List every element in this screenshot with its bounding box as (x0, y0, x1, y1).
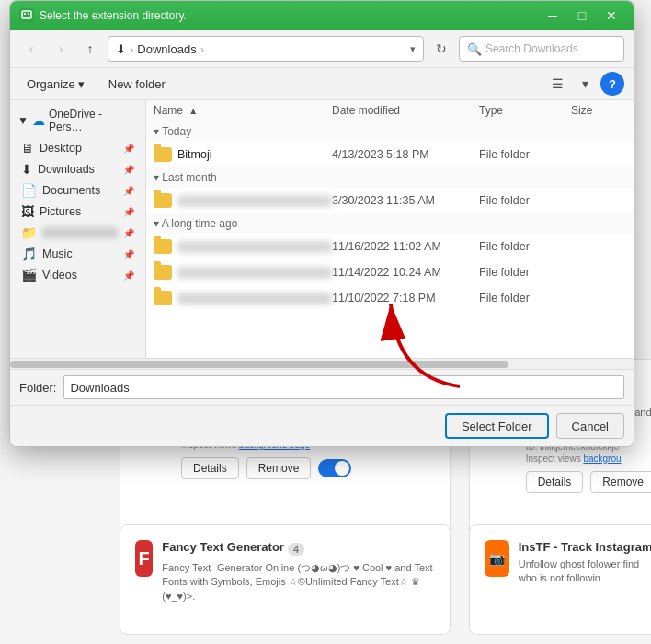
file-list-header: Name ▲ Date modified Type Size (146, 100, 634, 121)
sidebar: ▼ ☁ OneDrive - Pers… 🖥 Desktop 📌 ⬇ Downl… (10, 100, 146, 358)
toolbar-left: Organize ▾ New folder (19, 75, 173, 94)
svg-rect-3 (28, 13, 29, 15)
old-file-type-1: File folder (479, 266, 571, 279)
music-icon: 🎵 (21, 247, 37, 261)
organize-label: Organize (27, 77, 75, 91)
month-file-name-0 (177, 195, 332, 207)
sidebar-item-pictures[interactable]: 🖼 Pictures 📌 (14, 201, 142, 222)
select-folder-btn[interactable]: Select Folder (445, 413, 549, 439)
new-folder-btn[interactable]: New folder (101, 75, 173, 94)
documents-pin: 📌 (123, 186, 134, 196)
back-btn[interactable]: ‹ (19, 37, 43, 61)
bitmoji-date: 4/13/2023 5:18 PM (332, 148, 479, 161)
file-row-old-1[interactable]: 11/14/2022 10:24 AM File folder (146, 259, 634, 285)
pictures-icon: 🖼 (21, 204, 34, 219)
address-bar: ‹ › ↑ ⬇ › Downloads › ▾ ↻ 🔍 Search Downl… (10, 30, 634, 68)
onedrive-header[interactable]: ▼ ☁ OneDrive - Pers… (10, 104, 145, 137)
horizontal-scrollbar[interactable] (10, 358, 634, 369)
old-file-date-1: 11/14/2022 10:24 AM (332, 266, 479, 279)
desktop-pin: 📌 (123, 144, 134, 154)
new-folder-label: New folder (108, 77, 166, 91)
search-bar[interactable]: 🔍 Search Downloads (459, 36, 624, 62)
sidebar-item-documents[interactable]: 📄 Documents 📌 (14, 180, 142, 201)
title-bar-left: Select the extension directory. (19, 8, 187, 23)
sidebar-documents-label: Documents (42, 184, 100, 197)
old-file-date-2: 11/10/2022 7:18 PM (332, 292, 479, 305)
cancel-btn[interactable]: Cancel (556, 413, 624, 439)
sidebar-item-music[interactable]: 🎵 Music 📌 (14, 244, 142, 264)
pictures-pin: 📌 (123, 207, 134, 217)
sidebar-item-yellow-folder[interactable]: 📁 📌 (14, 223, 142, 243)
old-file-name-2 (177, 293, 332, 305)
file-row-old-2[interactable]: 11/10/2022 7:18 PM File folder (146, 285, 634, 311)
dialog-title-bar: Select the extension directory. ─ □ ✕ (10, 1, 634, 30)
dialog-icon (19, 8, 34, 23)
bitmoji-name: Bitmoji (177, 148, 332, 161)
path-icon: ⬇ (116, 42, 126, 56)
sidebar-desktop-label: Desktop (40, 142, 82, 155)
col-header-size[interactable]: Size (571, 104, 626, 117)
forward-btn[interactable]: › (49, 37, 73, 61)
month-file-type-0: File folder (479, 194, 571, 207)
onedrive-expand-icon: ▼ (17, 114, 29, 127)
minimize-btn[interactable]: ─ (540, 6, 565, 25)
sidebar-item-desktop[interactable]: 🖥 Desktop 📌 (14, 138, 142, 158)
dialog-title: Select the extension directory. (40, 9, 187, 22)
onedrive-label: OneDrive - Pers… (49, 108, 138, 133)
svg-rect-1 (22, 11, 31, 18)
view-btn[interactable]: ☰ (545, 72, 569, 96)
sidebar-item-videos[interactable]: 🎬 Videos 📌 (14, 265, 142, 285)
col-header-type[interactable]: Type (479, 104, 571, 117)
folder-row: Folder: (10, 369, 634, 405)
old-file-date-0: 11/16/2022 11:02 AM (332, 240, 479, 253)
refresh-btn[interactable]: ↻ (429, 37, 453, 61)
help-btn[interactable]: ? (600, 72, 624, 96)
path-separator: › (130, 42, 133, 56)
file-row-month-0[interactable]: 3/30/2023 11:35 AM File folder (146, 188, 634, 213)
col-header-date[interactable]: Date modified (332, 104, 479, 117)
search-icon: 🔍 (467, 42, 482, 56)
onedrive-cloud-icon: ☁ (32, 113, 45, 128)
sidebar-videos-label: Videos (42, 269, 77, 282)
group-today-label: ▾ (154, 125, 162, 138)
downloads-pin: 📌 (123, 165, 134, 175)
path-chevron[interactable]: ▾ (410, 43, 416, 55)
file-row-bitmoji[interactable]: Bitmoji 4/13/2023 5:18 PM File folder (146, 142, 634, 167)
downloads-icon: ⬇ (21, 162, 32, 177)
month-file-date-0: 3/30/2023 11:35 AM (332, 194, 479, 207)
dialog-toolbar: Organize ▾ New folder ☰ ▾ ? (10, 68, 634, 100)
videos-pin: 📌 (123, 270, 134, 281)
group-last-month: ▾ Last month (146, 167, 634, 188)
group-longtime: ▾ A long time ago (146, 213, 634, 234)
organize-btn[interactable]: Organize ▾ (19, 75, 92, 94)
sidebar-downloads-label: Downloads (38, 163, 95, 176)
col-header-name[interactable]: Name ▲ (154, 104, 332, 117)
up-btn[interactable]: ↑ (78, 37, 102, 61)
path-bar[interactable]: ⬇ › Downloads › ▾ (108, 36, 424, 62)
yellow-folder-icon: 📁 (21, 225, 37, 240)
maximize-btn[interactable]: □ (569, 6, 595, 25)
path-end-separator: › (200, 42, 204, 56)
group-longtime-label: ▾ (154, 217, 162, 230)
music-pin: 📌 (123, 249, 134, 259)
path-downloads[interactable]: Downloads (137, 42, 196, 56)
close-btn[interactable]: ✕ (599, 6, 624, 25)
documents-icon: 📄 (21, 183, 37, 198)
view-chevron-btn[interactable]: ▾ (573, 72, 597, 96)
file-row-old-0[interactable]: 11/16/2022 11:02 AM File folder (146, 234, 634, 259)
yellow-pin: 📌 (123, 228, 134, 238)
sidebar-item-downloads[interactable]: ⬇ Downloads 📌 (14, 159, 142, 179)
old-file-type-0: File folder (479, 240, 571, 253)
svg-rect-2 (24, 13, 26, 15)
sidebar-pictures-label: Pictures (40, 205, 81, 218)
sidebar-yellow-label (42, 227, 118, 238)
old-folder-icon-2 (154, 289, 172, 307)
folder-input[interactable] (63, 375, 624, 399)
toolbar-right: ☰ ▾ ? (545, 72, 624, 96)
file-list[interactable]: Name ▲ Date modified Type Size ▾ Today (146, 100, 634, 358)
sidebar-music-label: Music (42, 247, 73, 260)
desktop-icon: 🖥 (21, 141, 34, 155)
old-file-name-0 (177, 241, 332, 253)
old-file-type-2: File folder (479, 292, 571, 305)
old-file-name-1 (177, 267, 332, 279)
